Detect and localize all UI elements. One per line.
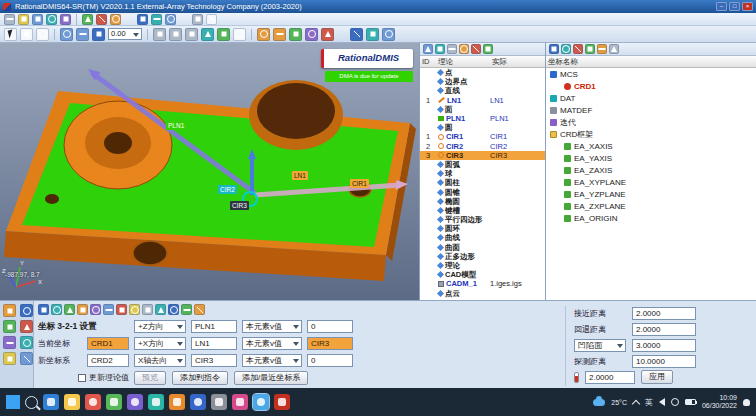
current-coordinate-field[interactable]: CRD1 (87, 337, 129, 350)
setup-tool-icon[interactable] (3, 320, 16, 333)
coord-row[interactable]: EA_ZAXIS (546, 164, 756, 176)
coordinate-options-icon[interactable] (609, 44, 619, 54)
method-icon[interactable] (155, 304, 166, 315)
x-mode-dropdown[interactable]: 本元素v值 (242, 337, 302, 350)
setup-tool-icon[interactable] (3, 304, 16, 317)
setup-tool-icon[interactable] (20, 336, 33, 349)
zoom-level-combo[interactable]: 0.00 (108, 28, 142, 40)
cone-feature-icon[interactable] (321, 28, 334, 41)
apply-button[interactable]: 应用 (641, 370, 673, 384)
view-top-icon[interactable] (169, 28, 182, 41)
report-icon[interactable] (137, 14, 148, 25)
update-nominal-checkbox[interactable] (78, 374, 86, 382)
z-element-field[interactable]: PLN1 (191, 320, 237, 333)
tree-row[interactable]: 圆弧 (420, 160, 545, 169)
coord-row[interactable]: EA_XAXIS (546, 140, 756, 152)
app-icon[interactable] (127, 394, 143, 410)
cir1-label[interactable]: CIR1 (350, 179, 369, 188)
settings-icon[interactable] (192, 14, 203, 25)
new-coordinate-field[interactable]: CRD2 (87, 354, 129, 367)
coord-row[interactable]: EA_YZPLANE (546, 188, 756, 200)
file-explorer-icon[interactable] (64, 394, 80, 410)
tree-row[interactable]: 边界点 (420, 77, 545, 86)
method-icon[interactable] (181, 304, 192, 315)
tree-row[interactable]: 点 (420, 68, 545, 77)
probe-manager-icon[interactable] (110, 14, 121, 25)
setup-tool-icon[interactable] (3, 336, 16, 349)
save-icon[interactable] (32, 14, 43, 25)
close-button[interactable]: × (742, 2, 753, 11)
coord-row[interactable]: EA_YAXIS (546, 152, 756, 164)
shaded-view-icon[interactable] (217, 28, 230, 41)
tree-row-selected[interactable]: 3CIR3CIR3 (420, 151, 545, 160)
rotate-view-icon[interactable] (36, 28, 49, 41)
weather-temperature[interactable]: 25°C (611, 399, 627, 406)
retract-distance-field[interactable]: 2.0000 (632, 323, 696, 336)
tree-row[interactable]: 正多边形 (420, 252, 545, 261)
tolerance-icon[interactable] (382, 28, 395, 41)
origin-element-field[interactable]: CIR3 (191, 354, 237, 367)
edit-coordinate-icon[interactable] (561, 44, 571, 54)
tree-row[interactable]: 面 (420, 105, 545, 114)
tree-row[interactable]: 圆 (420, 123, 545, 132)
plane-feature-icon[interactable] (289, 28, 302, 41)
app-icon[interactable] (211, 394, 227, 410)
method-icon[interactable] (64, 304, 75, 315)
method-icon[interactable] (51, 304, 62, 315)
filter-icon[interactable] (423, 44, 433, 54)
add-recent-coordinate-button[interactable]: 添加/最近坐标系 (234, 371, 308, 385)
ln1-label[interactable]: LN1 (292, 171, 308, 180)
coord-row[interactable]: MCS (546, 68, 756, 80)
main-menu-icon[interactable] (4, 14, 15, 25)
view-front-icon[interactable] (153, 28, 166, 41)
tree-row[interactable]: 椭圆 (420, 197, 545, 206)
coord-row[interactable]: CRD框架 (546, 128, 756, 140)
circle-feature-icon[interactable] (257, 28, 270, 41)
app-icon[interactable] (85, 394, 101, 410)
method-icon[interactable] (77, 304, 88, 315)
approach-distance-field[interactable]: 2.0000 (632, 307, 696, 320)
show-labels-icon[interactable] (459, 44, 469, 54)
temperature-field[interactable]: 2.0000 (585, 371, 635, 384)
method-321-icon[interactable] (38, 304, 49, 315)
open-file-icon[interactable] (18, 14, 29, 25)
tree-row[interactable]: 2CIR2CIR2 (420, 142, 545, 151)
maximize-button[interactable]: □ (729, 2, 740, 11)
tree-row[interactable]: 1LN1LN1 (420, 96, 545, 105)
setup-tool-icon[interactable] (20, 320, 33, 333)
coordinate-system-icon[interactable] (350, 28, 363, 41)
activate-coordinate-icon[interactable] (597, 44, 607, 54)
method-icon[interactable] (142, 304, 153, 315)
add-to-program-button[interactable]: 添加到指令 (172, 371, 228, 385)
3d-viewport[interactable]: X Y Z PLN1 LN1 CIR1 CIR2 CIR3 RationalDM… (0, 43, 420, 300)
search-distance-field[interactable]: 10.0000 (632, 355, 696, 368)
delete-feature-icon[interactable] (471, 44, 481, 54)
coord-row[interactable]: 迭代 (546, 116, 756, 128)
app-icon[interactable] (106, 394, 122, 410)
tree-row[interactable]: 曲面 (420, 243, 545, 252)
taskbar-clock[interactable]: 10:09 06/30/2022 (702, 394, 737, 410)
battery-icon[interactable] (685, 399, 696, 405)
export-icon[interactable] (60, 14, 71, 25)
stop-program-icon[interactable] (96, 14, 107, 25)
method-icon[interactable] (194, 304, 205, 315)
coord-row[interactable]: MATDEF (546, 104, 756, 116)
view-side-icon[interactable] (185, 28, 198, 41)
cir2-label[interactable]: CIR2 (218, 185, 237, 194)
select-cursor-icon[interactable] (4, 28, 17, 41)
preview-button[interactable]: 预览 (134, 371, 166, 385)
wireframe-view-icon[interactable] (233, 28, 246, 41)
app-icon[interactable] (148, 394, 164, 410)
pln1-label[interactable]: PLN1 (166, 121, 186, 130)
setup-tool-icon[interactable] (20, 352, 33, 365)
start-button[interactable] (6, 395, 20, 409)
sort-icon[interactable] (435, 44, 445, 54)
alignment-icon[interactable] (366, 28, 379, 41)
tree-row[interactable]: 1CIR1CIR1 (420, 132, 545, 141)
setup-tool-icon[interactable] (3, 352, 16, 365)
pan-icon[interactable] (20, 28, 33, 41)
method-icon[interactable] (168, 304, 179, 315)
face-mode-dropdown[interactable]: 凹陷面 (574, 339, 626, 352)
method-icon[interactable] (129, 304, 140, 315)
measure-plan-icon[interactable] (151, 14, 162, 25)
